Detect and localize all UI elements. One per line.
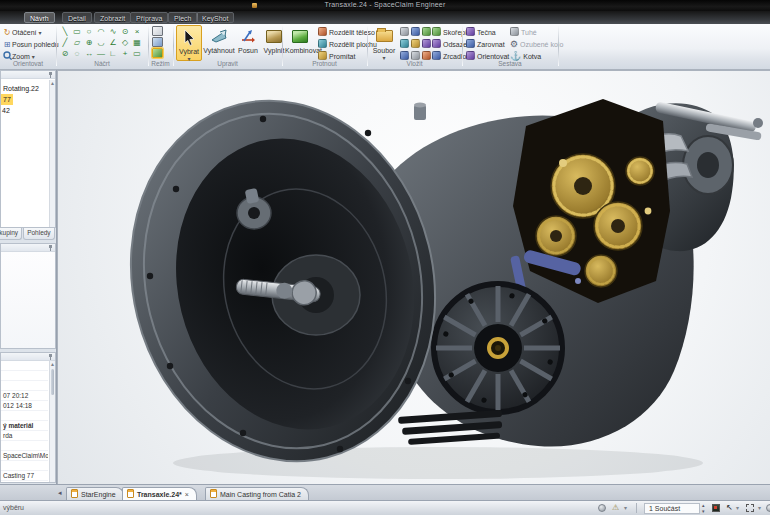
doc-tab-transaxle[interactable]: Transaxle.24*× — [122, 487, 197, 501]
selection-panel — [0, 243, 56, 349]
pull-button[interactable]: Vytáhnout — [203, 25, 235, 61]
property-row — [1, 371, 48, 381]
pin-icon[interactable] — [48, 245, 53, 251]
close-tab-icon[interactable]: × — [185, 491, 189, 498]
sketch-ellipse-icon[interactable]: ◌ — [71, 48, 83, 59]
combine-button[interactable]: Kombinovat — [285, 25, 315, 61]
document-icon — [71, 489, 78, 498]
insert-icons-row2[interactable] — [400, 39, 433, 50]
sketch-diamond-icon[interactable]: ◇ — [119, 37, 131, 48]
group-label-insert: Vložit — [367, 60, 462, 69]
move-button[interactable]: Posun — [236, 25, 260, 61]
structure-scrollbar[interactable]: ▲ — [49, 80, 55, 227]
property-row: SpaceClaim\Model N — [1, 451, 48, 461]
tree-item-rotating[interactable]: Rotating.22 — [1, 83, 55, 94]
tab-skupiny[interactable]: Skupiny — [0, 228, 22, 240]
left-sidebar: Rotating.22 77 42 ▲ Skupiny Pohledy — [0, 70, 57, 484]
sketch-plus-icon[interactable]: + — [119, 48, 131, 59]
properties-scrollbar[interactable]: ▲ — [49, 361, 55, 482]
sketch-tools: ╲ ▭ ○ ◠ ∿ ⊙ × ╱ ▱ ⊕ ◡ ∠ ◇ ▦ ⊘ ◌ ↔ — ∟ + … — [59, 26, 147, 60]
property-row: rda — [1, 431, 48, 441]
tab-navrh[interactable]: Návrh — [24, 12, 55, 23]
document-icon — [210, 489, 217, 498]
sketch-move-icon[interactable]: ↔ — [83, 48, 95, 59]
gear-button[interactable]: ⚙Ozubené kolo — [510, 39, 563, 50]
group-label-intersect: Protnout — [282, 60, 367, 69]
insert-icons-row1[interactable] — [400, 27, 433, 38]
rotate-tool[interactable]: ↻Otáčení ▾ — [2, 27, 41, 38]
doc-tab-starengine[interactable]: StarEngine — [66, 487, 124, 501]
pull-icon — [203, 25, 235, 47]
tab-detail[interactable]: Detail — [62, 12, 92, 23]
sketch-dash-icon[interactable]: — — [95, 48, 107, 59]
sketch-rect2-icon[interactable]: ▭ — [131, 48, 143, 59]
align-button[interactable]: Zarovnat — [466, 39, 505, 50]
sketch-rect-icon[interactable]: ▭ — [71, 26, 83, 37]
ribbon: ↻Otáčení ▾ ⊞Posun pohledu Zoom ▾ Oriento… — [0, 24, 770, 70]
properties-panel: 07 20:12 012 14:18 ý materiál rda SpaceC… — [0, 352, 56, 483]
mode-section-icon[interactable] — [152, 37, 163, 47]
spaceclaim-window: Transaxle.24 - SpaceClaim Engineer Návrh… — [0, 0, 770, 515]
split-face-button[interactable]: Rozdělit plochu — [318, 39, 377, 50]
pan-tool[interactable]: ⊞Posun pohledu — [2, 39, 59, 50]
sketch-split-icon[interactable]: ⊘ — [59, 48, 71, 59]
sketch-point-icon[interactable]: ⊙ — [119, 26, 131, 37]
clipped-edge-icon[interactable] — [766, 504, 770, 512]
sketch-line2-icon[interactable]: ╱ — [59, 37, 71, 48]
property-row — [1, 441, 48, 451]
tree-item-selected[interactable]: 77 — [1, 94, 55, 105]
3d-viewport[interactable] — [57, 70, 770, 484]
properties-panel-header — [1, 353, 55, 361]
rigid-button[interactable]: Tuhé — [510, 27, 537, 38]
sketch-corner-icon[interactable]: ∟ — [107, 48, 119, 59]
doc-tab-main-casting[interactable]: Main Casting from Catia 2 — [205, 487, 309, 501]
sketch-angle-icon[interactable]: ∠ — [107, 37, 119, 48]
display-state-icon[interactable] — [712, 504, 720, 512]
cursor-dropdown-icon[interactable]: ▾ — [736, 503, 739, 513]
tree-item-42[interactable]: 42 — [1, 105, 55, 116]
component-spinner[interactable]: ▴▾ — [702, 502, 705, 514]
cursor-mode-icon[interactable]: ↖ — [726, 503, 733, 513]
pin-icon[interactable] — [48, 354, 53, 360]
sketch-line-icon[interactable]: ╲ — [59, 26, 71, 37]
sketch-trim-icon[interactable]: × — [131, 26, 143, 37]
title-bar: Transaxle.24 - SpaceClaim Engineer — [0, 0, 770, 11]
sketch-arc-icon[interactable]: ◠ — [95, 26, 107, 37]
sketch-circle3-icon[interactable]: ⊕ — [83, 37, 95, 48]
property-row — [1, 411, 48, 421]
sketch-arc3-icon[interactable]: ◡ — [95, 37, 107, 48]
ribbon-tab-bar: Návrh Detail Zobrazit Příprava Plech Key… — [0, 11, 770, 24]
move-icon — [236, 25, 260, 47]
fill-button[interactable]: Vyplnit — [261, 25, 287, 61]
tab-pohledy[interactable]: Pohledy — [23, 228, 55, 240]
select-button[interactable]: Vybrat▾ — [176, 25, 202, 61]
render-options-icon[interactable] — [598, 504, 606, 512]
group-label-sketch: Náčrt — [56, 60, 148, 69]
tangent-button[interactable]: Tečna — [466, 27, 496, 38]
property-row: 012 14:18 — [1, 401, 48, 411]
mode-sketch-icon[interactable] — [152, 26, 163, 36]
tab-priprava[interactable]: Příprava — [130, 12, 168, 23]
tab-plech[interactable]: Plech — [168, 12, 198, 23]
warning-dropdown-icon[interactable]: ▾ — [624, 503, 627, 513]
group-label-assembly: Sestava — [462, 60, 558, 69]
document-icon — [127, 489, 134, 498]
sketch-circle-icon[interactable]: ○ — [83, 26, 95, 37]
warning-icon[interactable]: ⚠ — [612, 503, 619, 513]
selection-dropdown-icon[interactable]: ▾ — [758, 503, 761, 513]
property-row — [1, 361, 48, 371]
tab-zobrazit[interactable]: Zobrazit — [94, 12, 131, 23]
sketch-fill-icon[interactable]: ▦ — [131, 37, 143, 48]
tab-keyshot[interactable]: KeyShot — [196, 12, 234, 23]
property-row-casting: Casting 77 — [1, 471, 48, 481]
tab-scroll-left[interactable]: ◂ — [58, 489, 62, 497]
transaxle-model — [58, 71, 770, 484]
sketch-poly-icon[interactable]: ▱ — [71, 37, 83, 48]
sketch-spline-icon[interactable]: ∿ — [107, 26, 119, 37]
mode-solid-icon[interactable] — [152, 48, 163, 58]
component-count: 1 Součást — [644, 503, 700, 514]
pin-icon[interactable] — [48, 72, 53, 78]
selection-filter-icon[interactable] — [746, 504, 754, 512]
structure-panel-header — [1, 71, 55, 79]
file-button[interactable]: Soubor▾ — [371, 25, 397, 61]
